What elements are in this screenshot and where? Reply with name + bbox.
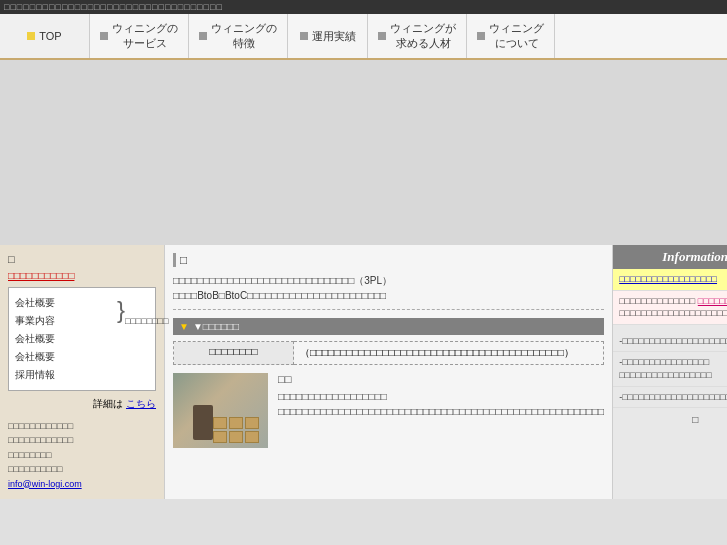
- feature-text: □□ □□□□□□□□□□□□□□□□□□ □□□□□□□□□□□□□□□□□□…: [278, 373, 604, 448]
- box-3: [245, 417, 259, 429]
- section-label: ▼□□□□□□: [193, 321, 239, 332]
- table-row: □□□□□□□□ （□□□□□□□□□□□□□□□□□□□□□□□□□□□□□□…: [174, 342, 604, 365]
- square-icon-4: [378, 32, 386, 40]
- brace-label: □□□□□□□□: [125, 316, 151, 326]
- square-icon-1: [100, 32, 108, 40]
- sidebar-menu-box: 会社概要 事業内容 会社概要 会社概要 採用情報 } □□□□□□□□: [8, 287, 156, 391]
- top-bar: □□□□□□□□□□□□□□□□□□□□□□□□□□□□□□□□□□: [0, 0, 727, 14]
- address-line-3: □□□□□□□□: [8, 448, 156, 462]
- nav-item-top[interactable]: TOP: [0, 14, 90, 58]
- sidebar-item-recruit[interactable]: 採用情報: [15, 366, 149, 384]
- sidebar-more-link[interactable]: こちら: [126, 398, 156, 409]
- info-item-3: -□□□□□□□□□□□□□□□□□□□□□□□□□□□□□□□□□□□□□: [613, 331, 727, 353]
- center-content: □ □□□□□□□□□□□□□□□□□□□□□□□□□□□□□□（3PL）□□□…: [165, 245, 612, 499]
- address-line-1: □□□□□□□□□□□□: [8, 419, 156, 433]
- box-6: [245, 431, 259, 443]
- nav-item-features[interactable]: ウィニングの特徴: [189, 14, 288, 58]
- nav-item-services[interactable]: ウィニングのサービス: [90, 14, 189, 58]
- table-cell-value: （□□□□□□□□□□□□□□□□□□□□□□□□□□□□□□□□□□□□□□□…: [294, 342, 604, 365]
- table-cell-label: □□□□□□□□: [174, 342, 294, 365]
- info-text-before: □□□□□□□□□□□□□□: [619, 296, 695, 306]
- nav-item-about[interactable]: ウィニングについて: [467, 14, 555, 58]
- square-icon-2: [199, 32, 207, 40]
- box-2: [229, 417, 243, 429]
- feature-sub-title: □□□□□□□□□□□□□□□□□□: [278, 389, 604, 404]
- feature-image: [173, 373, 268, 448]
- information-header: Information: [613, 245, 727, 269]
- center-title: □: [173, 253, 604, 267]
- email-link[interactable]: info@win-logi.com: [8, 479, 82, 489]
- address-line-2: □□□□□□□□□□□□: [8, 433, 156, 447]
- sidebar-address: □□□□□□□□□□□□ □□□□□□□□□□□□ □□□□□□□□ □□□□□…: [8, 419, 156, 491]
- service-table: □□□□□□□□ （□□□□□□□□□□□□□□□□□□□□□□□□□□□□□□…: [173, 341, 604, 365]
- sidebar-link[interactable]: □□□□□□□□□□□: [8, 270, 74, 281]
- nav-item-recruit[interactable]: ウィニングが求める人材: [368, 14, 467, 58]
- boxes-icon: [213, 417, 263, 443]
- navigation: TOP ウィニングのサービス ウィニングの特徴 運用実績 ウィニングが求める人材…: [0, 14, 727, 60]
- right-sidebar: Information □□□□□□□□□□□□□□□□□□ □□□□□□□□□…: [612, 245, 727, 499]
- left-sidebar: □ □□□□□□□□□□□ 会社概要 事業内容 会社概要 会社概要 採用情報 }…: [0, 245, 165, 499]
- feature-desc: □□□□□□□□□□□□□□□□□□□□□□□□□□□□□□□□□□□□□□□□…: [278, 404, 604, 419]
- nav-label-top: TOP: [39, 30, 61, 42]
- info-item-1: □□□□□□□□□□□□□□□□□□: [613, 269, 727, 291]
- feature-section: □□ □□□□□□□□□□□□□□□□□□ □□□□□□□□□□□□□□□□□□…: [173, 373, 604, 448]
- sidebar-title: □: [8, 253, 156, 265]
- box-4: [213, 431, 227, 443]
- box-1: [213, 417, 227, 429]
- nav-label-services: ウィニングのサービス: [112, 21, 178, 51]
- nav-item-results[interactable]: 運用実績: [288, 14, 368, 58]
- arrow-icon: ▼: [179, 321, 189, 332]
- main-content: □ □□□□□□□□□□□ 会社概要 事業内容 会社概要 会社概要 採用情報 }…: [0, 245, 727, 499]
- hero-banner: [0, 60, 727, 245]
- info-link-1[interactable]: □□□□□□□□□□□□□□□□□□: [619, 274, 717, 284]
- square-icon-3: [300, 32, 308, 40]
- brace-icon: }: [117, 298, 125, 322]
- info-footer: □: [613, 408, 727, 431]
- feature-title: □□: [278, 373, 604, 385]
- address-line-4: □□□□□□□□□□: [8, 462, 156, 476]
- info-item-5: -□□□□□□□□□□□□□□□□□□□□□□□□□□□□□□□□□□: [613, 387, 727, 409]
- info-link-2[interactable]: □□□□□□□□: [698, 296, 727, 306]
- sidebar-item-company[interactable]: 会社概要: [15, 294, 149, 312]
- star-icon: [27, 32, 35, 40]
- figure-icon: [193, 405, 213, 440]
- center-desc: □□□□□□□□□□□□□□□□□□□□□□□□□□□□□□（3PL）□□□□B…: [173, 273, 604, 310]
- sidebar-more-text: 詳細は: [93, 398, 123, 409]
- section-header: ▼ ▼□□□□□□: [173, 318, 604, 335]
- sidebar-more: 詳細は こちら: [8, 397, 156, 411]
- info-item-4: -□□□□□□□□□□□□□□□□ □□□□□□□□□□□□□□□□□: [613, 352, 727, 386]
- nav-label-results: 運用実績: [312, 29, 356, 44]
- square-icon-5: [477, 32, 485, 40]
- info-text-after: □□□□□□□□□□□□□□□□□□□□□□: [619, 308, 727, 318]
- feature-image-inner: [173, 373, 268, 448]
- top-bar-text: □□□□□□□□□□□□□□□□□□□□□□□□□□□□□□□□□□: [4, 2, 223, 12]
- nav-label-recruit: ウィニングが求める人材: [390, 21, 456, 51]
- sidebar-item-company3[interactable]: 会社概要: [15, 348, 149, 366]
- info-item-2: □□□□□□□□□□□□□□ □□□□□□□□ □□□□□□□□□□□□□□□□…: [613, 291, 727, 325]
- feature-item: □□ □□□□□□□□□□□□□□□□□□ □□□□□□□□□□□□□□□□□□…: [173, 373, 604, 448]
- box-5: [229, 431, 243, 443]
- nav-label-features: ウィニングの特徴: [211, 21, 277, 51]
- nav-label-about: ウィニングについて: [489, 21, 544, 51]
- sidebar-item-company2[interactable]: 会社概要: [15, 330, 149, 348]
